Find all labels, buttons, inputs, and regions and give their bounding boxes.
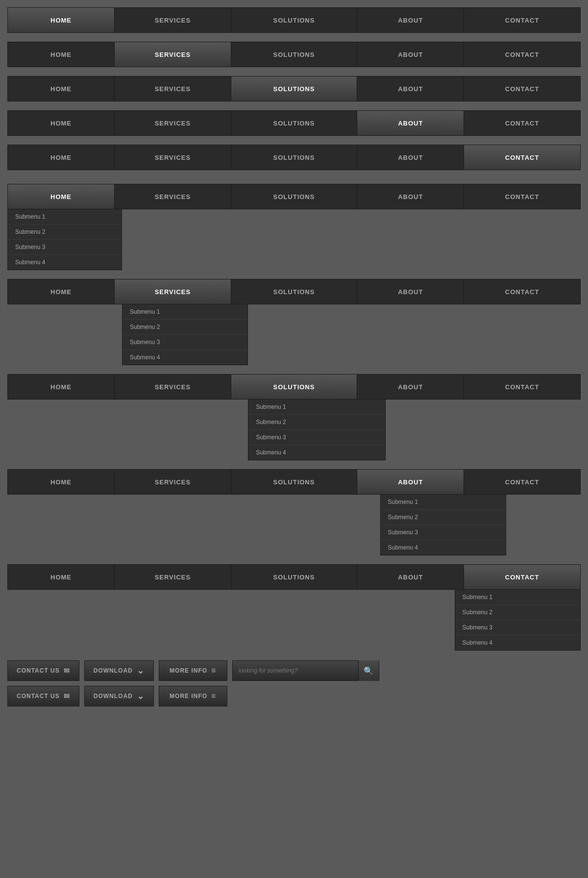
nav-home-6[interactable]: HOME [8, 184, 115, 209]
navbar-about-dropdown: HOME SERVICES SOLUTIONS ABOUT CONTACT Su… [7, 469, 581, 555]
nav-home-2[interactable]: HOME [8, 42, 115, 67]
nav-home-5[interactable]: HOME [8, 145, 115, 170]
navbar-solutions-active: HOME SERVICES SOLUTIONS ABOUT CONTACT [7, 76, 581, 101]
button-row-1: CONTACT US DOWNLOAD MORE INFO 🔍 [7, 660, 581, 681]
search-button[interactable]: 🔍 [358, 660, 379, 681]
nav-contact-5[interactable]: CONTACT [464, 145, 580, 170]
submenu-item[interactable]: Submenu 3 [8, 240, 122, 255]
download-button-2[interactable]: DOWNLOAD [84, 686, 154, 706]
submenu-item[interactable]: Submenu 3 [248, 430, 385, 445]
nav-solutions-9[interactable]: SOLUTIONS [231, 470, 357, 494]
nav-about-6[interactable]: ABOUT [357, 184, 464, 209]
nav-contact-1[interactable]: CONTACT [464, 8, 580, 32]
nav-services-9[interactable]: SERVICES [115, 470, 231, 494]
nav-solutions-4[interactable]: SOLUTIONS [231, 111, 357, 135]
contact-us-label-1: CONTACT US [17, 667, 60, 674]
nav-services-8[interactable]: SERVICES [115, 375, 231, 399]
nav-home-8[interactable]: HOME [8, 375, 115, 399]
nav-services-7[interactable]: SERVICES [115, 279, 231, 304]
submenu-item[interactable]: Submenu 1 [248, 400, 385, 415]
submenu-item[interactable]: Submenu 2 [122, 320, 247, 335]
nav-about-2[interactable]: ABOUT [357, 42, 464, 67]
submenu-item[interactable]: Submenu 2 [381, 510, 506, 525]
nav-contact-8[interactable]: CONTACT [464, 375, 580, 399]
nav-contact-4[interactable]: CONTACT [464, 111, 580, 135]
nav-solutions-10[interactable]: SOLUTIONS [231, 565, 357, 589]
nav-contact-7[interactable]: CONTACT [464, 279, 580, 304]
navbar-contact-active: HOME SERVICES SOLUTIONS ABOUT CONTACT [7, 145, 581, 170]
dropdown-services: Submenu 1 Submenu 2 Submenu 3 Submenu 4 [122, 304, 248, 365]
nav-contact-6[interactable]: CONTACT [464, 184, 580, 209]
dropdown-about: Submenu 1 Submenu 2 Submenu 3 Submenu 4 [380, 495, 506, 555]
nav-services-4[interactable]: SERVICES [115, 111, 231, 135]
submenu-item[interactable]: Submenu 3 [381, 525, 506, 540]
nav-contact-3[interactable]: CONTACT [464, 76, 580, 101]
nav-about-4[interactable]: ABOUT [357, 111, 464, 135]
submenu-item[interactable]: Submenu 4 [455, 635, 580, 650]
nav-solutions-2[interactable]: SOLUTIONS [231, 42, 357, 67]
nav-about-10[interactable]: ABOUT [357, 565, 464, 589]
search-bar: 🔍 [232, 660, 379, 681]
nav-about-1[interactable]: ABOUT [357, 8, 464, 32]
navbar-home-active: HOME SERVICES SOLUTIONS ABOUT CONTACT [7, 7, 581, 33]
submenu-item[interactable]: Submenu 4 [248, 445, 385, 460]
submenu-item[interactable]: Submenu 1 [381, 495, 506, 510]
nav-solutions-5[interactable]: SOLUTIONS [231, 145, 357, 170]
nav-solutions-8[interactable]: SOLUTIONS [231, 375, 357, 399]
submenu-item[interactable]: Submenu 1 [122, 304, 247, 320]
contact-us-button-2[interactable]: CONTACT US [7, 686, 79, 706]
submenu-item[interactable]: Submenu 1 [8, 209, 122, 225]
nav-home-9[interactable]: HOME [8, 470, 115, 494]
nav-about-7[interactable]: ABOUT [357, 279, 464, 304]
submenu-item[interactable]: Submenu 3 [455, 620, 580, 635]
nav-solutions-6[interactable]: SOLUTIONS [231, 184, 357, 209]
nav-solutions-7[interactable]: SOLUTIONS [231, 279, 357, 304]
info-icon-2 [211, 692, 216, 701]
nav-services-5[interactable]: SERVICES [115, 145, 231, 170]
nav-home-1[interactable]: HOME [8, 8, 115, 32]
submenu-item[interactable]: Submenu 4 [381, 540, 506, 555]
dropdown-contact: Submenu 1 Submenu 2 Submenu 3 Submenu 4 [455, 590, 581, 651]
submenu-item[interactable]: Submenu 2 [248, 415, 385, 430]
nav-solutions-1[interactable]: SOLUTIONS [231, 8, 357, 32]
info-icon-1 [211, 666, 216, 675]
download-icon-2 [137, 691, 145, 702]
nav-services-2[interactable]: SERVICES [115, 42, 231, 67]
more-info-button-1[interactable]: MORE INFO [159, 660, 227, 681]
nav-services-1[interactable]: SERVICES [115, 8, 231, 32]
nav-services-10[interactable]: SERVICES [115, 565, 231, 589]
navbar-services-dropdown: HOME SERVICES SOLUTIONS ABOUT CONTACT Su… [7, 279, 581, 365]
download-button-1[interactable]: DOWNLOAD [84, 660, 154, 681]
nav-home-3[interactable]: HOME [8, 76, 115, 101]
submenu-item[interactable]: Submenu 2 [455, 605, 580, 620]
contact-us-button-1[interactable]: CONTACT US [7, 660, 79, 681]
nav-contact-10[interactable]: CONTACT [464, 565, 580, 589]
submenu-item[interactable]: Submenu 3 [122, 335, 247, 350]
nav-about-3[interactable]: ABOUT [357, 76, 464, 101]
nav-services-6[interactable]: SERVICES [115, 184, 231, 209]
nav-contact-2[interactable]: CONTACT [464, 42, 580, 67]
navbar-services-active: HOME SERVICES SOLUTIONS ABOUT CONTACT [7, 42, 581, 67]
more-info-button-2[interactable]: MORE INFO [159, 686, 227, 706]
bottom-buttons-section: CONTACT US DOWNLOAD MORE INFO 🔍 CONTACT … [7, 660, 581, 706]
nav-home-10[interactable]: HOME [8, 565, 115, 589]
nav-about-9[interactable]: ABOUT [357, 470, 464, 494]
nav-home-7[interactable]: HOME [8, 279, 115, 304]
nav-about-8[interactable]: ABOUT [357, 375, 464, 399]
contact-us-label-2: CONTACT US [17, 693, 60, 700]
navbar-about-active: HOME SERVICES SOLUTIONS ABOUT CONTACT [7, 110, 581, 136]
submenu-item[interactable]: Submenu 2 [8, 225, 122, 240]
search-input[interactable] [233, 667, 358, 674]
submenu-item[interactable]: Submenu 1 [455, 590, 580, 605]
download-label-2: DOWNLOAD [94, 693, 133, 700]
nav-solutions-3[interactable]: SOLUTIONS [231, 76, 357, 101]
button-row-2: CONTACT US DOWNLOAD MORE INFO [7, 686, 581, 706]
nav-services-3[interactable]: SERVICES [115, 76, 231, 101]
submenu-item[interactable]: Submenu 4 [122, 350, 247, 365]
submenu-item[interactable]: Submenu 4 [8, 255, 122, 270]
download-icon-1 [137, 665, 145, 676]
nav-contact-9[interactable]: CONTACT [464, 470, 580, 494]
nav-home-4[interactable]: HOME [8, 111, 115, 135]
navbar-contact-dropdown: HOME SERVICES SOLUTIONS ABOUT CONTACT Su… [7, 564, 581, 651]
nav-about-5[interactable]: ABOUT [357, 145, 464, 170]
